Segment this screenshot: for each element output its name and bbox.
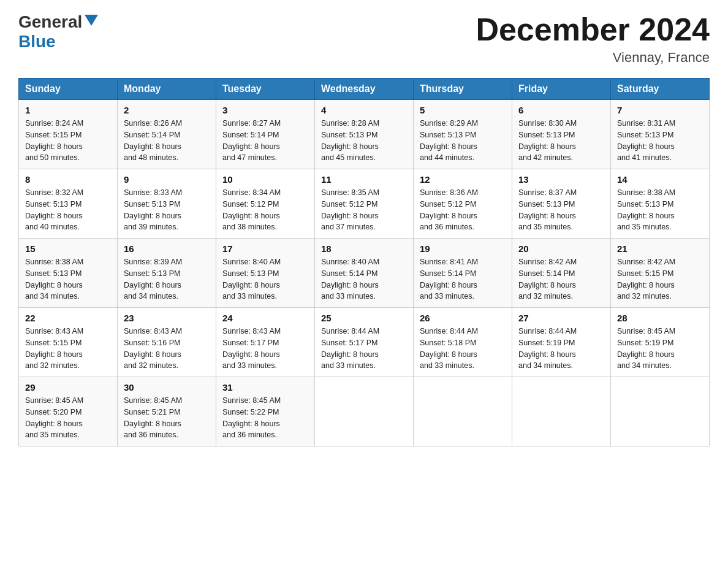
calendar-cell [512, 377, 611, 446]
col-saturday: Saturday [611, 79, 710, 100]
day-info: Sunrise: 8:29 AMSunset: 5:13 PMDaylight:… [420, 119, 478, 162]
day-info: Sunrise: 8:44 AMSunset: 5:17 PMDaylight:… [321, 327, 379, 370]
day-number: 4 [321, 105, 407, 115]
calendar-body: 1 Sunrise: 8:24 AMSunset: 5:15 PMDayligh… [19, 100, 710, 446]
calendar-cell: 25 Sunrise: 8:44 AMSunset: 5:17 PMDaylig… [315, 308, 414, 377]
calendar-table: Sunday Monday Tuesday Wednesday Thursday… [18, 78, 710, 446]
col-monday: Monday [118, 79, 216, 100]
calendar-cell: 29 Sunrise: 8:45 AMSunset: 5:20 PMDaylig… [19, 377, 118, 446]
day-number: 7 [617, 105, 703, 115]
day-info: Sunrise: 8:24 AMSunset: 5:15 PMDaylight:… [25, 119, 83, 162]
calendar-cell: 30 Sunrise: 8:45 AMSunset: 5:21 PMDaylig… [118, 377, 216, 446]
col-friday: Friday [512, 79, 611, 100]
day-info: Sunrise: 8:26 AMSunset: 5:14 PMDaylight:… [124, 119, 182, 162]
logo-general: General [18, 12, 82, 32]
day-info: Sunrise: 8:44 AMSunset: 5:18 PMDaylight:… [420, 327, 478, 370]
calendar-cell: 31 Sunrise: 8:45 AMSunset: 5:22 PMDaylig… [216, 377, 315, 446]
calendar-week-1: 1 Sunrise: 8:24 AMSunset: 5:15 PMDayligh… [19, 100, 710, 169]
location: Viennay, France [476, 50, 710, 66]
day-number: 2 [124, 105, 210, 115]
calendar-cell [611, 377, 710, 446]
day-number: 6 [518, 105, 604, 115]
calendar-cell: 24 Sunrise: 8:43 AMSunset: 5:17 PMDaylig… [216, 308, 315, 377]
day-info: Sunrise: 8:45 AMSunset: 5:20 PMDaylight:… [25, 396, 83, 439]
calendar-cell: 5 Sunrise: 8:29 AMSunset: 5:13 PMDayligh… [414, 100, 512, 169]
day-number: 5 [420, 105, 506, 115]
day-info: Sunrise: 8:42 AMSunset: 5:15 PMDaylight:… [617, 258, 675, 301]
calendar-header: Sunday Monday Tuesday Wednesday Thursday… [19, 79, 710, 100]
day-number: 12 [420, 174, 506, 185]
day-number: 16 [124, 243, 210, 254]
day-info: Sunrise: 8:45 AMSunset: 5:19 PMDaylight:… [617, 327, 675, 370]
day-info: Sunrise: 8:33 AMSunset: 5:13 PMDaylight:… [124, 188, 182, 231]
day-number: 30 [124, 382, 210, 393]
logo: General Blue [18, 12, 98, 52]
day-info: Sunrise: 8:40 AMSunset: 5:13 PMDaylight:… [222, 258, 281, 301]
day-number: 21 [617, 243, 703, 254]
calendar-cell [414, 377, 512, 446]
day-number: 27 [518, 313, 604, 323]
day-info: Sunrise: 8:35 AMSunset: 5:12 PMDaylight:… [321, 188, 379, 231]
calendar-week-4: 22 Sunrise: 8:43 AMSunset: 5:15 PMDaylig… [19, 308, 710, 377]
day-info: Sunrise: 8:38 AMSunset: 5:13 PMDaylight:… [617, 188, 675, 231]
calendar-cell: 27 Sunrise: 8:44 AMSunset: 5:19 PMDaylig… [512, 308, 611, 377]
calendar-cell: 4 Sunrise: 8:28 AMSunset: 5:13 PMDayligh… [315, 100, 414, 169]
day-number: 15 [25, 243, 111, 254]
day-number: 23 [124, 313, 210, 323]
calendar-cell: 3 Sunrise: 8:27 AMSunset: 5:14 PMDayligh… [216, 100, 315, 169]
day-number: 13 [518, 174, 604, 185]
day-number: 17 [222, 243, 308, 254]
calendar-cell: 8 Sunrise: 8:32 AMSunset: 5:13 PMDayligh… [19, 169, 118, 239]
day-info: Sunrise: 8:42 AMSunset: 5:14 PMDaylight:… [518, 258, 577, 301]
calendar-week-5: 29 Sunrise: 8:45 AMSunset: 5:20 PMDaylig… [19, 377, 710, 446]
calendar-cell: 6 Sunrise: 8:30 AMSunset: 5:13 PMDayligh… [512, 100, 611, 169]
day-number: 28 [617, 313, 703, 323]
calendar-cell: 10 Sunrise: 8:34 AMSunset: 5:12 PMDaylig… [216, 169, 315, 239]
title-block: December 2024 Viennay, France [476, 12, 710, 66]
calendar-cell: 18 Sunrise: 8:40 AMSunset: 5:14 PMDaylig… [315, 239, 414, 308]
day-info: Sunrise: 8:41 AMSunset: 5:14 PMDaylight:… [420, 258, 478, 301]
calendar-cell: 14 Sunrise: 8:38 AMSunset: 5:13 PMDaylig… [611, 169, 710, 239]
logo-arrow-icon [85, 15, 98, 29]
calendar-cell: 22 Sunrise: 8:43 AMSunset: 5:15 PMDaylig… [19, 308, 118, 377]
day-info: Sunrise: 8:28 AMSunset: 5:13 PMDaylight:… [321, 119, 379, 162]
day-number: 19 [420, 243, 506, 254]
day-info: Sunrise: 8:37 AMSunset: 5:13 PMDaylight:… [518, 188, 577, 231]
calendar-cell: 20 Sunrise: 8:42 AMSunset: 5:14 PMDaylig… [512, 239, 611, 308]
calendar-cell: 11 Sunrise: 8:35 AMSunset: 5:12 PMDaylig… [315, 169, 414, 239]
day-number: 3 [222, 105, 308, 115]
day-number: 9 [124, 174, 210, 185]
day-number: 26 [420, 313, 506, 323]
day-info: Sunrise: 8:43 AMSunset: 5:17 PMDaylight:… [222, 327, 281, 370]
day-info: Sunrise: 8:38 AMSunset: 5:13 PMDaylight:… [25, 258, 83, 301]
calendar-cell: 13 Sunrise: 8:37 AMSunset: 5:13 PMDaylig… [512, 169, 611, 239]
day-info: Sunrise: 8:45 AMSunset: 5:22 PMDaylight:… [222, 396, 281, 439]
calendar-cell: 26 Sunrise: 8:44 AMSunset: 5:18 PMDaylig… [414, 308, 512, 377]
calendar-cell: 1 Sunrise: 8:24 AMSunset: 5:15 PMDayligh… [19, 100, 118, 169]
calendar-cell: 9 Sunrise: 8:33 AMSunset: 5:13 PMDayligh… [118, 169, 216, 239]
calendar-cell [315, 377, 414, 446]
page-header: General Blue December 2024 Viennay, Fran… [18, 12, 710, 66]
day-number: 14 [617, 174, 703, 185]
day-info: Sunrise: 8:32 AMSunset: 5:13 PMDaylight:… [25, 188, 83, 231]
calendar-cell: 2 Sunrise: 8:26 AMSunset: 5:14 PMDayligh… [118, 100, 216, 169]
month-title: December 2024 [476, 12, 710, 47]
day-info: Sunrise: 8:39 AMSunset: 5:13 PMDaylight:… [124, 258, 182, 301]
calendar-cell: 19 Sunrise: 8:41 AMSunset: 5:14 PMDaylig… [414, 239, 512, 308]
col-tuesday: Tuesday [216, 79, 315, 100]
header-row: Sunday Monday Tuesday Wednesday Thursday… [19, 79, 710, 100]
day-info: Sunrise: 8:43 AMSunset: 5:15 PMDaylight:… [25, 327, 83, 370]
day-info: Sunrise: 8:45 AMSunset: 5:21 PMDaylight:… [124, 396, 182, 439]
calendar-cell: 21 Sunrise: 8:42 AMSunset: 5:15 PMDaylig… [611, 239, 710, 308]
day-number: 25 [321, 313, 407, 323]
col-wednesday: Wednesday [315, 79, 414, 100]
calendar-cell: 15 Sunrise: 8:38 AMSunset: 5:13 PMDaylig… [19, 239, 118, 308]
day-number: 18 [321, 243, 407, 254]
day-info: Sunrise: 8:36 AMSunset: 5:12 PMDaylight:… [420, 188, 478, 231]
logo-blue: Blue [18, 32, 56, 51]
day-number: 10 [222, 174, 308, 185]
day-number: 20 [518, 243, 604, 254]
calendar-cell: 7 Sunrise: 8:31 AMSunset: 5:13 PMDayligh… [611, 100, 710, 169]
calendar-cell: 28 Sunrise: 8:45 AMSunset: 5:19 PMDaylig… [611, 308, 710, 377]
calendar-week-3: 15 Sunrise: 8:38 AMSunset: 5:13 PMDaylig… [19, 239, 710, 308]
